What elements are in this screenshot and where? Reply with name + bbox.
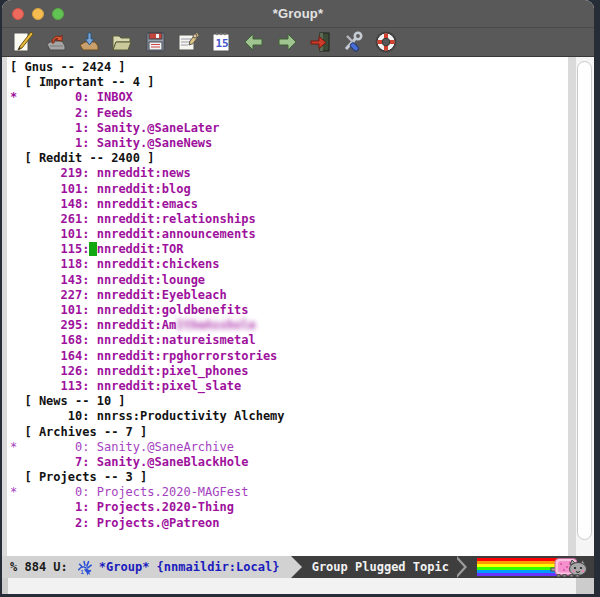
describe-button[interactable] [175,29,201,55]
unread-count: 219: [10,166,89,180]
group-line[interactable]: 2: Projects.@Patreon [10,516,568,531]
group-line[interactable]: 118: nnreddit:chickens [10,257,568,272]
unread-count: 2: [10,106,89,120]
save-button[interactable] [142,29,168,55]
describe-icon [176,30,200,54]
powerline-separator-icon [291,556,302,578]
get-new-news-button[interactable] [43,29,69,55]
unread-count: 1: [10,500,89,514]
topic-line[interactable]: [ News -- 10 ] [10,394,568,409]
topic-line[interactable]: [ Archives -- 7 ] [10,425,568,440]
group-name: nnreddit:pixel_phones [97,364,249,378]
group-line[interactable]: 7: Sanity.@SaneBlackHole [10,455,568,470]
topic-label: [ Archives -- 7 ] [10,425,147,439]
topic-line[interactable]: [ Important -- 4 ] [10,75,568,90]
group-line[interactable]: 101: nnreddit:announcements [10,227,568,242]
topic-label: [ Gnus -- 2424 ] [10,60,126,74]
unread-count: * 0: [10,485,89,499]
scrollbar[interactable] [576,57,594,556]
get-new-news-icon [44,30,68,54]
fetch-queue-icon [77,30,101,54]
buffer-area: [ Gnus -- 2424 ] [ Important -- 4 ]* 0: … [2,57,594,556]
back-button[interactable] [241,29,267,55]
group-name: nnreddit:lounge [97,273,205,287]
group-line[interactable]: 148: nnreddit:emacs [10,197,568,212]
modeline-buffer-name: *Group* [99,560,150,574]
traffic-lights [12,8,64,20]
group-line[interactable]: 101: nnreddit:blog [10,182,568,197]
unread-count: 10: [10,409,89,423]
unread-count: 164: [10,349,89,363]
group-line[interactable]: 164: nnreddit:rpghorrorstories [10,349,568,364]
group-line[interactable]: 115: nnreddit:TOR [10,242,568,257]
group-name: nnreddit:pixel_slate [97,379,242,393]
zoom-button[interactable] [52,8,64,20]
modeline-backend [149,560,156,574]
group-name: Projects.@Patreon [97,516,220,530]
lifebuoy-icon [374,30,398,54]
fetch-queue-button[interactable] [76,29,102,55]
open-folder-button[interactable] [109,29,135,55]
group-line[interactable]: 168: nnreddit:natureismetal [10,333,568,348]
topic-line[interactable]: [ Projects -- 3 ] [10,470,568,485]
forward-button[interactable] [274,29,300,55]
preferences-button[interactable] [340,29,366,55]
group-name: nnreddit:news [97,166,191,180]
window-title: *Group* [273,6,324,21]
group-name: nnreddit:announcements [97,227,256,241]
topic-line[interactable]: [ Gnus -- 2424 ] [10,60,568,75]
compose-button[interactable] [10,29,36,55]
group-name: Sanity.@SaneArchive [97,440,234,454]
group-line[interactable]: 143: nnreddit:lounge [10,273,568,288]
cursor [89,242,96,256]
group-line[interactable]: 219: nnreddit:news [10,166,568,181]
exit-button[interactable] [307,29,333,55]
unread-count: 1: [10,136,89,150]
modeline-backend-value: {nnmaildir:Local} [157,560,280,574]
unread-count: 101: [10,227,89,241]
help-button[interactable] [373,29,399,55]
topic-label: [ Reddit -- 2400 ] [10,151,155,165]
minimize-button[interactable] [32,8,44,20]
group-line[interactable]: 126: nnreddit:pixel_phones [10,364,568,379]
unread-count: 227: [10,288,89,302]
group-name: nnreddit:blog [97,182,191,196]
group-name: nnreddit:natureismetal [97,333,256,347]
modeline-modes: Group Plugged Topic [312,560,449,574]
topic-line[interactable]: [ Reddit -- 2400 ] [10,151,568,166]
group-line[interactable]: * 0: INBOX [10,90,568,105]
group-name: nnreddit:relationships [97,212,256,226]
minibuffer-echo-area[interactable] [2,578,594,594]
unread-count: 118: [10,257,89,271]
group-line[interactable]: 295: nnreddit:AmItheAsshole [10,318,568,333]
topic-label: [ Important -- 4 ] [10,75,155,89]
group-line[interactable]: * 0: Projects.2020-MAGFest [10,485,568,500]
emacs-window: *Group* 15 [ Gnus -- 2424 ] [ Important … [2,0,594,594]
group-line[interactable]: 10: nnrss:Productivity Alchemy [10,409,568,424]
rainbow [477,558,559,576]
group-line[interactable]: 1: Sanity.@SaneLater [10,121,568,136]
group-line[interactable]: 1: Projects.2020-Thing [10,500,568,515]
nyan-cat-progress [477,557,589,577]
group-name: nnreddit:emacs [97,197,198,211]
unread-count: 7: [10,455,89,469]
tools-icon [341,30,365,54]
group-line[interactable]: 1: Sanity.@SaneNews [10,136,568,151]
forward-arrow-icon [275,30,299,54]
diary-button[interactable]: 15 [208,29,234,55]
scrollbar-thumb[interactable] [577,61,592,540]
group-line[interactable]: 261: nnreddit:relationships [10,212,568,227]
unread-count: 148: [10,197,89,211]
unread-count: 295: [10,318,89,332]
group-line[interactable]: 2: Feeds [10,106,568,121]
group-line[interactable]: 113: nnreddit:pixel_slate [10,379,568,394]
right-fringe [568,57,576,556]
group-name: nnreddit:rpghorrorstories [97,349,278,363]
close-button[interactable] [12,8,24,20]
group-line[interactable]: 101: nnreddit:goldbenefits [10,303,568,318]
group-name: Sanity.@SaneLater [97,121,220,135]
group-line[interactable]: 227: nnreddit:Eyebleach [10,288,568,303]
svg-text:1: 1 [80,569,83,575]
group-line[interactable]: * 0: Sanity.@SaneArchive [10,440,568,455]
group-buffer[interactable]: [ Gnus -- 2424 ] [ Important -- 4 ]* 0: … [7,57,568,556]
